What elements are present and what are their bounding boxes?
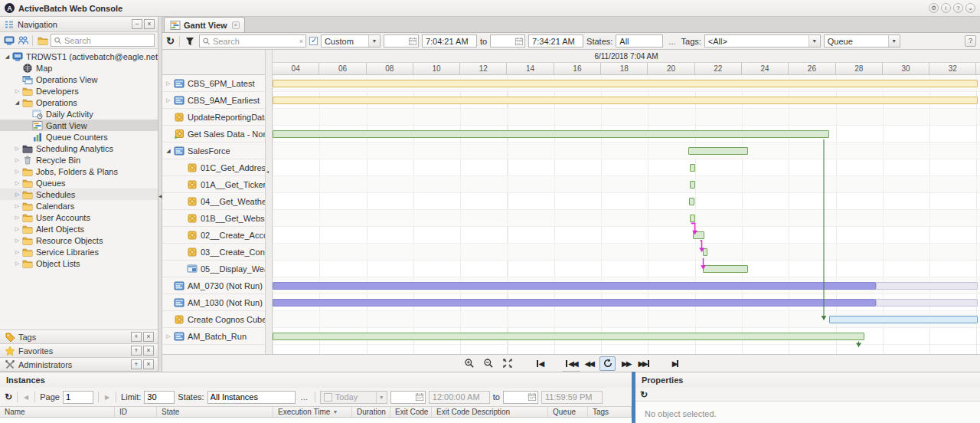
calendar-icon[interactable] — [408, 37, 417, 46]
calendar-icon[interactable] — [528, 392, 537, 402]
tree-item-calendars[interactable]: ▷Calendars — [0, 200, 158, 212]
gantt-bar-green-am-batch-run[interactable] — [273, 333, 864, 340]
time-from-field[interactable] — [422, 34, 477, 48]
date-to-field[interactable] — [490, 34, 525, 48]
help-button[interactable]: ? — [965, 35, 976, 47]
time-from-field[interactable]: 12:00:00 AM — [429, 391, 490, 404]
expander-collapsed-icon[interactable]: ▷ — [165, 333, 172, 339]
tree-item-trdwst1-activebatch-eagle-net[interactable]: ◢TRDWST1 (activebatch@eagle.net) — [0, 51, 158, 62]
tree-item-jobs-folders-plans[interactable]: ▷Jobs, Folders & Plans — [0, 166, 158, 177]
tree-item-service-libraries[interactable]: ▷Service Libraries — [0, 246, 158, 257]
refresh-icon[interactable]: ↻ — [640, 390, 648, 399]
zoom-out-button[interactable] — [482, 357, 496, 370]
expander-collapsed-icon[interactable]: ▷ — [13, 203, 21, 209]
close-button[interactable]: × — [144, 19, 155, 29]
expander-collapsed-icon[interactable]: ▷ — [13, 238, 21, 244]
gantt-bar-green-salesforce[interactable] — [688, 147, 748, 155]
tree-item-user-accounts[interactable]: ▷User Accounts — [0, 212, 158, 223]
gear-icon[interactable]: ⚙ — [929, 3, 939, 13]
tree-item-developers[interactable]: ▷Developers — [0, 85, 158, 97]
expander-collapsed-icon[interactable]: ▷ — [13, 180, 21, 186]
custom-range-checkbox[interactable] — [309, 37, 318, 45]
instances-states-input[interactable] — [207, 391, 296, 404]
limit-input[interactable] — [144, 391, 175, 404]
page-input[interactable] — [63, 391, 93, 404]
close-button[interactable]: × — [143, 346, 154, 356]
tree-item-operations[interactable]: ◢Operations — [0, 97, 158, 108]
gantt-bar-blue-create-cognos-cube[interactable] — [829, 316, 978, 323]
gantt-bar-gray-am-0730-not-run[interactable] — [876, 282, 978, 290]
column-header-execution-time[interactable]: Execution Time▼ — [273, 407, 352, 417]
gantt-bar-green-04-get-weather-forecast[interactable] — [689, 198, 694, 205]
clear-search-icon[interactable]: × — [299, 38, 303, 45]
tree-item-recycle-bin[interactable]: ▷Recycle Bin — [0, 154, 158, 166]
today-checkbox[interactable] — [324, 393, 332, 402]
group-by-select[interactable]: Queue ▼ — [824, 34, 900, 48]
calendar-icon[interactable] — [415, 392, 424, 402]
filter-icon[interactable] — [185, 35, 196, 47]
today-select[interactable]: Today ▼ — [320, 391, 387, 404]
gantt-bar-green-01c-get-address-info[interactable] — [690, 164, 695, 172]
expander-collapsed-icon[interactable]: ▷ — [13, 215, 21, 221]
time-to-input[interactable] — [532, 37, 580, 46]
gantt-search-input[interactable] — [213, 37, 297, 46]
tree-item-object-lists[interactable]: ▷Object Lists — [0, 257, 158, 269]
minimize-button[interactable]: − — [132, 19, 142, 29]
tree-item-map[interactable]: Map — [0, 62, 158, 74]
tab-close-icon[interactable]: × — [232, 21, 240, 29]
jump-forward-button[interactable]: ▶▶ — [636, 359, 650, 369]
add-button[interactable]: + — [131, 332, 142, 342]
gantt-row-updatereportingdatabase[interactable]: UpdateReportingDatabase — [162, 109, 265, 126]
add-button[interactable]: + — [131, 359, 142, 369]
jump-back-button[interactable]: ◀◀ — [564, 359, 578, 369]
column-header-tags[interactable]: Tags — [588, 407, 632, 417]
states-input[interactable] — [619, 37, 659, 46]
chevron-down-icon[interactable]: ⌄ — [965, 3, 975, 13]
gantt-row-03-create-contact[interactable]: 03__Create_Contact — [162, 244, 265, 261]
gantt-row-cbs-6pm-latest[interactable]: ▷CBS_6PM_Latest — [162, 75, 265, 92]
gantt-row-create-cognos-cube[interactable]: Create Cognos Cube — [162, 311, 265, 328]
gantt-row-04-get-weather-forecast[interactable]: 04__Get_Weather_Forecast — [162, 193, 265, 210]
refresh-now-button[interactable] — [599, 356, 616, 371]
gantt-names-splitter[interactable]: ◂ — [266, 50, 273, 354]
gantt-row-salesforce[interactable]: ◢SalesForce — [162, 143, 265, 159]
gantt-bar-green-get-sales-data-north-america[interactable] — [273, 130, 829, 138]
tree-item-gantt-view[interactable]: Gantt View — [0, 120, 158, 131]
expander-expanded-icon[interactable]: ◢ — [13, 100, 21, 106]
date-from-field[interactable] — [390, 391, 426, 404]
tree-item-daily-activity[interactable]: Daily Activity — [0, 108, 158, 120]
expander-collapsed-icon[interactable]: ▷ — [165, 97, 172, 103]
states-more-button[interactable]: ... — [666, 37, 678, 46]
nav-search-box[interactable] — [51, 34, 155, 47]
tree-item-queues[interactable]: ▷Queues — [0, 177, 158, 189]
zoom-in-button[interactable] — [462, 357, 477, 370]
gantt-row-get-sales-data-north-america[interactable]: Get Sales Data - North America — [162, 126, 265, 143]
gantt-row-01a-get-ticker-symbol[interactable]: 01A__Get_Ticker_Symbol — [162, 176, 265, 193]
users-icon[interactable] — [17, 34, 28, 46]
gantt-row-am-batch-run[interactable]: ▷AM_Batch_Run — [162, 328, 265, 345]
info-icon[interactable]: i — [941, 3, 951, 13]
expander-collapsed-icon[interactable]: ▷ — [13, 249, 21, 255]
tags-select[interactable]: <All> ▼ — [704, 34, 821, 48]
nav-search-input[interactable] — [64, 36, 152, 45]
next-page-icon[interactable]: ▶ — [103, 394, 111, 401]
add-button[interactable]: + — [131, 346, 142, 356]
gantt-bar-green-05-display-weather[interactable] — [703, 265, 748, 273]
tab-gantt-view[interactable]: Gantt View × — [164, 17, 245, 32]
step-back-button[interactable]: ◀◀ — [583, 359, 595, 369]
column-header-exit-code-description[interactable]: Exit Code Description — [432, 407, 548, 417]
gantt-row-05-display-weather[interactable]: 05__Display_Weather — [162, 261, 265, 277]
expander-collapsed-icon[interactable]: ▷ — [13, 192, 21, 198]
expander-expanded-icon[interactable]: ◢ — [3, 54, 11, 60]
date-to-field[interactable] — [503, 391, 538, 404]
column-header-state[interactable]: State — [157, 407, 273, 417]
skip-end-button[interactable]: ▶ — [671, 359, 681, 369]
connect-server-icon[interactable] — [3, 34, 15, 46]
tree-item-scheduling-analytics[interactable]: ▷Scheduling Analytics — [0, 143, 158, 154]
column-header-exit-code[interactable]: Exit Code — [390, 407, 432, 417]
gantt-row-01b-get-website-url[interactable]: 01B__Get_Website_URL — [162, 210, 265, 227]
expander-expanded-icon[interactable]: ◢ — [165, 148, 172, 154]
prev-page-icon[interactable]: ◀ — [22, 394, 30, 401]
gantt-bar-yellow-cbs-6pm-latest[interactable] — [273, 80, 978, 87]
gantt-bar-yellow-cbs-9am-earliest[interactable] — [273, 97, 978, 104]
